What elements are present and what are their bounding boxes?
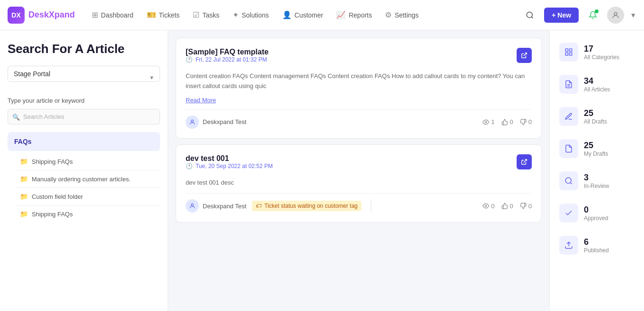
portal-select-wrapper: Stage Portal xyxy=(8,66,160,89)
article-title: dev test 001 xyxy=(186,154,273,163)
stats-card-all-articles[interactable]: 34 All Articles xyxy=(554,70,640,98)
settings-icon: ⚙ xyxy=(385,10,392,19)
approved-icon-box xyxy=(559,204,578,222)
dislikes-count: 0 xyxy=(528,203,532,210)
all-categories-icon-box xyxy=(559,43,578,62)
stats-card-published[interactable]: 6 Published xyxy=(554,231,640,259)
folder-item[interactable]: 📁Custom field folder xyxy=(15,188,160,205)
nav-item-reports[interactable]: 📈Reports xyxy=(331,7,377,23)
all-articles-icon-box xyxy=(559,75,578,94)
published-icon-box xyxy=(559,236,578,255)
nav-label-customer: Customer xyxy=(295,11,323,19)
article-excerpt: Content creation FAQs Content management… xyxy=(186,71,532,91)
svg-rect-9 xyxy=(565,49,568,51)
dislikes-stat: 0 xyxy=(520,118,532,125)
stats-label-all-drafts: All Drafts xyxy=(584,118,607,125)
nav-item-customer[interactable]: 👤Customer xyxy=(277,7,329,23)
external-link-button[interactable] xyxy=(517,154,532,169)
article-stats: 0 0 0 xyxy=(483,203,532,210)
author-name: Deskxpand Test xyxy=(203,118,246,125)
stats-card-in-review[interactable]: 3 In-Review xyxy=(554,167,640,195)
nav-label-solutions: Solutions xyxy=(242,11,269,19)
article-date-text: Tue, 20 Sep 2022 at 02:52 PM xyxy=(196,163,273,169)
notifications-button[interactable] xyxy=(584,7,601,24)
dislikes-stat: 0 xyxy=(520,203,532,210)
solutions-icon: ✦ xyxy=(233,10,239,19)
user-dropdown-arrow[interactable]: ▼ xyxy=(630,11,636,19)
svg-point-0 xyxy=(527,12,533,18)
folder-item-label: Shipping FAQs xyxy=(32,158,73,165)
article-card: dev test 001 🕐 Tue, 20 Sep 2022 at 02:52… xyxy=(176,144,542,223)
stats-count-all-drafts: 25 xyxy=(584,108,607,118)
stats-card-all-categories[interactable]: 17 All Categories xyxy=(554,38,640,66)
tasks-icon: ☑ xyxy=(193,10,199,19)
stats-count-in-review: 3 xyxy=(584,173,609,183)
dashboard-icon: ⊞ xyxy=(92,10,98,19)
svg-line-16 xyxy=(570,182,572,184)
stats-label-all-categories: All Categories xyxy=(584,54,619,61)
nav-item-tasks[interactable]: ☑Tasks xyxy=(187,7,225,23)
stats-count-all-articles: 34 xyxy=(584,76,610,86)
folder-item[interactable]: 📁Shipping FAQs xyxy=(15,205,160,222)
tag-label: Ticket status waiting on customer tag xyxy=(264,203,358,209)
article-date: 🕐 Fri, 22 Jul 2022 at 01:32 PM xyxy=(186,56,268,63)
likes-stat: 0 xyxy=(501,118,513,125)
nav-label-settings: Settings xyxy=(394,11,419,19)
folder-category-faqs[interactable]: FAQs xyxy=(8,132,160,151)
stats-label-in-review: In-Review xyxy=(584,183,609,189)
search-input-wrapper: 🔍 xyxy=(8,109,160,124)
new-button[interactable]: + New xyxy=(544,8,579,23)
search-icon: 🔍 xyxy=(12,113,20,120)
svg-point-4 xyxy=(191,120,194,122)
folder-item[interactable]: 📁Manually ordering customer articles. xyxy=(15,170,160,188)
logo[interactable]: DX DeskXpand xyxy=(8,7,75,24)
folder-icon: 📁 xyxy=(20,193,28,200)
portal-select[interactable]: Stage Portal xyxy=(8,66,160,82)
nav-item-settings[interactable]: ⚙Settings xyxy=(379,7,424,23)
tickets-icon: 🎫 xyxy=(147,10,156,19)
views-stat: 1 xyxy=(483,118,494,125)
stats-count-published: 6 xyxy=(584,237,609,247)
header: DX DeskXpand ⊞Dashboard🎫Tickets☑Tasks✦So… xyxy=(0,0,644,30)
content-area: [Sample] FAQ template 🕐 Fri, 22 Jul 2022… xyxy=(168,30,549,311)
external-link-button[interactable] xyxy=(517,48,532,63)
search-label: Type your article or keyword xyxy=(8,97,160,104)
nav-item-solutions[interactable]: ✦Solutions xyxy=(227,7,275,23)
tag-icon: 🏷 xyxy=(256,203,261,209)
folder-icon: 📁 xyxy=(20,158,28,165)
stats-text-all-articles: 34 All Articles xyxy=(584,76,610,93)
stats-label-all-articles: All Articles xyxy=(584,86,610,93)
right-panel: 17 All Categories 34 All Articles 25 All… xyxy=(549,30,644,311)
views-count: 1 xyxy=(491,118,494,125)
article-excerpt: dev test 001 desc xyxy=(186,178,532,188)
svg-rect-12 xyxy=(570,53,572,55)
stats-label-my-drafts: My Drafts xyxy=(584,151,608,157)
nav-item-dashboard[interactable]: ⊞Dashboard xyxy=(86,7,139,23)
stats-text-all-categories: 17 All Categories xyxy=(584,44,619,61)
nav-label-tasks: Tasks xyxy=(202,11,219,19)
article-date-text: Fri, 22 Jul 2022 at 01:32 PM xyxy=(196,56,267,63)
main-layout: Search For A Article + Stage Portal Type… xyxy=(0,30,644,311)
folder-item-label: Custom field folder xyxy=(32,193,83,200)
stats-label-approved: Approved xyxy=(584,215,608,222)
stats-count-approved: 0 xyxy=(584,205,608,215)
search-input[interactable] xyxy=(8,109,160,124)
read-more-link[interactable]: Read More xyxy=(186,97,216,104)
stats-count-all-categories: 17 xyxy=(584,44,619,54)
folder-item[interactable]: 📁Shipping FAQs xyxy=(15,153,160,170)
likes-stat: 0 xyxy=(501,203,513,210)
article-title: [Sample] FAQ template xyxy=(186,48,268,56)
customer-icon: 👤 xyxy=(282,10,292,19)
svg-point-7 xyxy=(191,204,194,206)
svg-point-2 xyxy=(614,12,617,15)
stats-card-approved[interactable]: 0 Approved xyxy=(554,199,640,227)
stats-card-my-drafts[interactable]: 25 My Drafts xyxy=(554,134,640,163)
search-icon-button[interactable] xyxy=(521,7,538,24)
nav-item-tickets[interactable]: 🎫Tickets xyxy=(141,7,186,23)
user-avatar[interactable] xyxy=(607,7,624,24)
article-card: [Sample] FAQ template 🕐 Fri, 22 Jul 2022… xyxy=(176,38,542,139)
stats-card-all-drafts[interactable]: 25 All Drafts xyxy=(554,102,640,131)
nav-label-dashboard: Dashboard xyxy=(101,11,134,19)
article-footer: Deskxpand Test 🏷 Ticket status waiting o… xyxy=(186,193,532,213)
sidebar-title: Search For A Article xyxy=(8,42,125,56)
